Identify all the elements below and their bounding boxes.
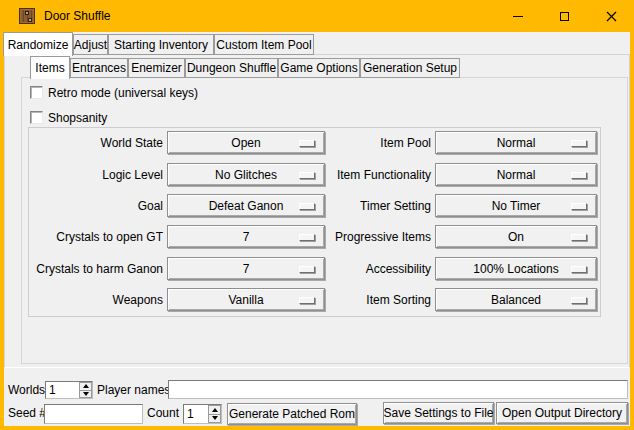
tab-label: Enemizer — [131, 61, 182, 75]
maximize-icon — [560, 12, 569, 21]
accessibility-label: Accessibility — [320, 262, 431, 276]
open-output-directory-button[interactable]: Open Output Directory — [496, 402, 628, 424]
weapons-dropdown[interactable]: Vanilla — [167, 288, 325, 311]
generate-patched-rom-button[interactable]: Generate Patched Rom — [227, 403, 357, 425]
tab-dungeon-shuffle[interactable]: Dungeon Shuffle — [185, 58, 278, 78]
spin-down-button[interactable] — [79, 391, 92, 399]
accessibility-dropdown[interactable]: 100% Locations — [435, 257, 597, 280]
count-spinner[interactable]: 1 — [183, 404, 222, 424]
arrow-up-icon — [83, 384, 89, 388]
dropdown-indicator-icon — [299, 172, 315, 179]
dropdown-value: On — [508, 230, 524, 244]
tab-label: Game Options — [280, 61, 357, 75]
dropdown-value: Normal — [497, 168, 536, 182]
worlds-value: 1 — [46, 382, 79, 398]
crystals-ganon-dropdown[interactable]: 7 — [167, 257, 325, 280]
window-title: Door Shuffle — [44, 0, 111, 32]
tab-label: Items — [35, 61, 64, 75]
item-pool-label: Item Pool — [320, 136, 431, 150]
dropdown-indicator-icon — [299, 234, 315, 241]
dropdown-value: Normal — [497, 136, 536, 150]
tab-adjust[interactable]: Adjust — [73, 34, 108, 55]
count-label: Count — [147, 406, 179, 420]
maximize-button[interactable] — [541, 0, 588, 32]
save-settings-button[interactable]: Save Settings to File — [383, 402, 494, 424]
dropdown-indicator-icon — [571, 266, 587, 273]
minimize-button[interactable] — [494, 0, 541, 32]
count-spinner-arrows — [208, 405, 221, 423]
app-door-icon — [19, 8, 35, 24]
progressive-items-label: Progressive Items — [320, 230, 431, 244]
dropdown-value: No Glitches — [215, 168, 277, 182]
worlds-label: Worlds — [8, 383, 45, 397]
dropdown-value: 7 — [243, 262, 250, 276]
dropdown-indicator-icon — [571, 234, 587, 241]
item-sorting-label: Item Sorting — [320, 293, 431, 307]
tab-items[interactable]: Items — [30, 56, 70, 79]
item-functionality-dropdown[interactable]: Normal — [435, 163, 597, 186]
tab-label: Generation Setup — [363, 61, 457, 75]
retro-mode-label: Retro mode (universal keys) — [48, 86, 198, 100]
dropdown-value: Vanilla — [228, 293, 263, 307]
dropdown-value: No Timer — [492, 199, 541, 213]
shopsanity-label: Shopsanity — [48, 111, 107, 125]
dropdown-indicator-icon — [571, 140, 587, 147]
timer-setting-dropdown[interactable]: No Timer — [435, 194, 597, 217]
arrow-up-icon — [212, 408, 218, 412]
tab-randomize[interactable]: Randomize — [3, 32, 73, 56]
tab-game-options[interactable]: Game Options — [278, 58, 360, 78]
titlebar: Door Shuffle — [0, 0, 634, 32]
item-functionality-label: Item Functionality — [320, 168, 431, 182]
tab-label: Custom Item Pool — [216, 38, 311, 52]
tab-custom-item-pool[interactable]: Custom Item Pool — [214, 34, 314, 55]
crystals-gt-dropdown[interactable]: 7 — [167, 225, 325, 248]
door-shuffle-window: Door Shuffle Randomize Adjust Starting I… — [0, 0, 634, 430]
dropdown-indicator-icon — [571, 172, 587, 179]
world-state-dropdown[interactable]: Open — [167, 131, 325, 154]
tab-label: Starting Inventory — [114, 38, 208, 52]
tab-label: Dungeon Shuffle — [187, 61, 276, 75]
retro-mode-checkbox[interactable] — [30, 86, 43, 99]
spin-down-button[interactable] — [208, 415, 221, 424]
item-sorting-dropdown[interactable]: Balanced — [435, 288, 597, 311]
dropdown-value: 100% Locations — [473, 262, 558, 276]
progressive-items-dropdown[interactable]: On — [435, 225, 597, 248]
dropdown-indicator-icon — [571, 297, 587, 304]
dropdown-value: 7 — [243, 230, 250, 244]
tab-label: Randomize — [8, 38, 69, 52]
worlds-spinner[interactable]: 1 — [45, 381, 93, 399]
tab-generation-setup[interactable]: Generation Setup — [360, 58, 460, 78]
tab-starting-inventory[interactable]: Starting Inventory — [108, 34, 214, 55]
dropdown-indicator-icon — [299, 203, 315, 210]
logic-level-dropdown[interactable]: No Glitches — [167, 163, 325, 186]
tab-enemizer[interactable]: Enemizer — [128, 58, 185, 78]
crystals-gt-label: Crystals to open GT — [28, 230, 163, 244]
tab-label: Adjust — [74, 38, 107, 52]
item-pool-dropdown[interactable]: Normal — [435, 131, 597, 154]
close-button[interactable] — [588, 0, 634, 32]
world-state-label: World State — [28, 136, 163, 150]
goal-label: Goal — [28, 199, 163, 213]
seed-input[interactable] — [44, 404, 143, 424]
goal-dropdown[interactable]: Defeat Ganon — [167, 194, 325, 217]
spin-up-button[interactable] — [208, 405, 221, 415]
minimize-icon — [513, 16, 523, 17]
count-value: 1 — [184, 405, 208, 423]
spin-up-button[interactable] — [79, 382, 92, 391]
timer-setting-label: Timer Setting — [320, 199, 431, 213]
dropdown-indicator-icon — [299, 140, 315, 147]
tab-entrances[interactable]: Entrances — [70, 58, 128, 78]
arrow-down-icon — [212, 416, 218, 420]
dropdown-indicator-icon — [299, 266, 315, 273]
dropdown-indicator-icon — [571, 203, 587, 210]
shopsanity-checkbox[interactable] — [30, 111, 43, 124]
crystals-ganon-label: Crystals to harm Ganon — [28, 262, 163, 276]
close-icon — [606, 11, 617, 22]
tab-label: Entrances — [72, 61, 126, 75]
player-names-input[interactable] — [168, 380, 628, 399]
dropdown-value: Defeat Ganon — [209, 199, 284, 213]
worlds-spinner-arrows — [79, 382, 92, 398]
seed-label: Seed # — [8, 406, 46, 420]
logic-level-label: Logic Level — [28, 168, 163, 182]
player-names-label: Player names — [97, 383, 170, 397]
